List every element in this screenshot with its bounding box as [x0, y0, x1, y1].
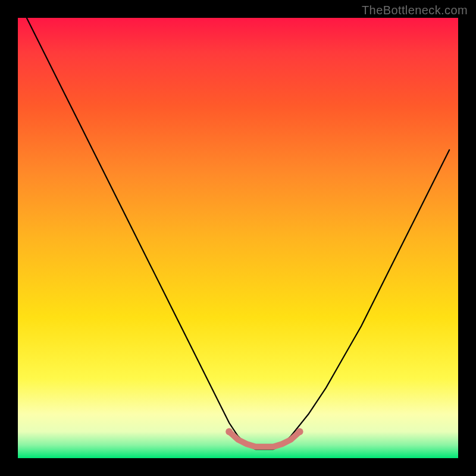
- bottleneck-curve: [27, 18, 449, 449]
- floor-dot-right: [296, 428, 303, 436]
- plot-area: [18, 18, 458, 458]
- watermark-text: TheBottleneck.com: [362, 4, 468, 17]
- chart-svg: [18, 18, 458, 458]
- floor-highlight: [229, 432, 299, 447]
- floor-dot-left: [226, 428, 233, 436]
- chart-frame: TheBottleneck.com: [0, 0, 476, 476]
